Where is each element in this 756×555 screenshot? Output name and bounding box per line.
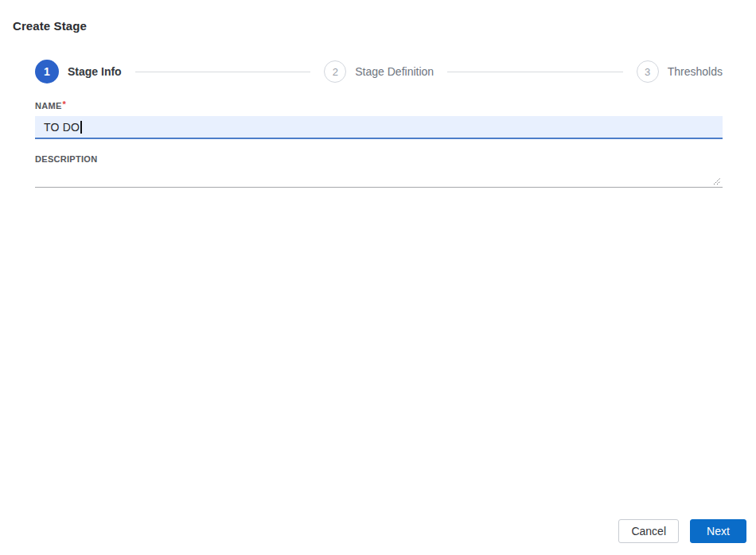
- cancel-button[interactable]: Cancel: [618, 519, 679, 543]
- name-field-label: NAME*: [35, 101, 66, 111]
- next-button[interactable]: Next: [690, 519, 746, 543]
- required-asterisk: *: [63, 99, 67, 109]
- step-3-label: Thresholds: [668, 65, 723, 78]
- step-stage-info[interactable]: 1 Stage Info: [35, 60, 122, 83]
- step-2-label: Stage Definition: [355, 65, 434, 78]
- step-thresholds[interactable]: 3 Thresholds: [637, 60, 723, 83]
- description-label-text: DESCRIPTION: [35, 154, 97, 164]
- description-input[interactable]: [35, 165, 723, 188]
- stepper-connector: [447, 72, 623, 72]
- name-input[interactable]: TO DO: [35, 116, 723, 139]
- dialog-footer: Cancel Next: [618, 519, 746, 543]
- name-label-text: NAME: [35, 101, 62, 111]
- text-caret: [80, 121, 82, 134]
- step-stage-definition[interactable]: 2 Stage Definition: [324, 60, 434, 83]
- name-input-value: TO DO: [44, 121, 80, 134]
- stepper-connector: [135, 72, 311, 72]
- step-2-indicator: 2: [324, 60, 346, 83]
- step-1-indicator: 1: [35, 60, 59, 83]
- page-title: Create Stage: [13, 19, 87, 33]
- description-field-label: DESCRIPTION: [35, 154, 97, 164]
- wizard-stepper: 1 Stage Info 2 Stage Definition 3 Thresh…: [35, 60, 723, 83]
- step-3-indicator: 3: [637, 60, 659, 83]
- step-1-label: Stage Info: [68, 65, 122, 78]
- create-stage-dialog: Create Stage 1 Stage Info 2 Stage Defini…: [0, 0, 756, 555]
- resize-handle-icon[interactable]: [711, 176, 721, 185]
